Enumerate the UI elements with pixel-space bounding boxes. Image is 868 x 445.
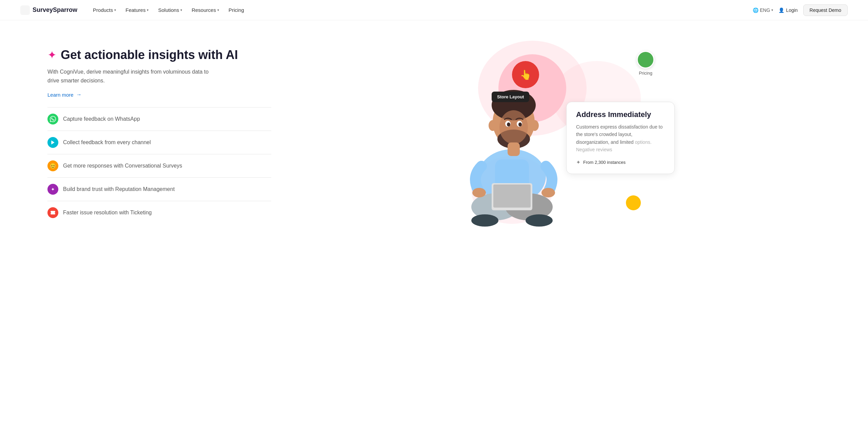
main-content: ✦ Get actionable insights with AI With C… [0,20,868,445]
navbar: 🐦 SurveySparrow Products ▾ Features ▾ So… [0,0,868,20]
svg-point-23 [541,188,555,197]
pricing-circle [637,51,654,69]
card-title: Address Immediately [576,110,665,119]
svg-point-20 [507,122,510,127]
learn-more-label: Learn more [47,92,74,98]
illustration-container: 👆 Store Layout Pricing Address Immediate… [437,34,675,237]
feature-item-ticketing[interactable]: Faster issue resolution with Ticketing [47,201,271,224]
cursor-hand-icon: 👆 [520,69,532,80]
reputation-icon: ✦ [47,184,58,195]
feature-list: Capture feedback on WhatsApp Collect fee… [47,108,271,224]
request-demo-button[interactable]: Request Demo [803,4,848,16]
svg-rect-0 [20,5,30,15]
navbar-right: 🌐 ENG ▾ 👤 Login Request Demo [753,4,848,16]
channel-icon [47,137,58,148]
nav-label-solutions: Solutions [158,7,179,13]
svg-point-21 [518,122,522,127]
nav-item-features[interactable]: Features ▾ [122,5,152,15]
nav-label-products: Products [93,7,113,13]
navbar-left: 🐦 SurveySparrow Products ▾ Features ▾ So… [20,5,248,15]
feature-label-channel: Collect feedback from every channel [63,139,151,146]
nav-label-features: Features [125,7,145,13]
feature-label-whatsapp: Capture feedback on WhatsApp [63,116,140,122]
request-demo-label: Request Demo [810,7,841,13]
chevron-solutions: ▾ [180,8,182,12]
store-layout-label: Store Layout [497,94,524,99]
person-icon: 👤 [778,7,784,13]
yellow-dot [626,195,641,210]
feature-label-reputation: Build brand trust with Reputation Manage… [63,186,175,192]
hero-description: With CogniVue, derive meaningful insight… [47,67,217,85]
svg-rect-15 [508,142,520,156]
nav-item-products[interactable]: Products ▾ [90,5,119,15]
language-selector[interactable]: 🌐 ENG ▾ [753,7,773,13]
chevron-features: ▾ [147,8,149,12]
right-panel: 👆 Store Layout Pricing Address Immediate… [271,34,841,237]
chevron-lang: ▾ [771,8,773,12]
nav-item-solutions[interactable]: Solutions ▾ [155,5,185,15]
login-button[interactable]: 👤 Login [778,7,797,13]
ticketing-icon [47,207,58,218]
svg-marker-2 [51,140,54,144]
red-circle: 👆 [512,61,539,88]
feature-item-channel[interactable]: Collect feedback from every channel [47,131,271,154]
feature-item-reputation[interactable]: ✦ Build brand trust with Reputation Mana… [47,178,271,201]
arrow-icon: → [76,92,82,98]
logo-text: SurveySparrow [33,6,77,14]
ai-badge: ✦ Get actionable insights with AI [47,47,271,62]
logo-icon: 🐦 [20,5,30,15]
nav-links: Products ▾ Features ▾ Solutions ▾ Resour… [90,5,248,15]
pricing-badge: Pricing [637,51,654,76]
learn-more-link[interactable]: Learn more → [47,92,271,98]
svg-point-17 [531,120,539,131]
lang-label: ENG [760,7,770,13]
nav-label-resources: Resources [192,7,216,13]
svg-point-7 [471,214,498,227]
feature-item-whatsapp[interactable]: Capture feedback on WhatsApp [47,108,271,131]
login-label: Login [786,7,797,13]
svg-point-14 [499,110,528,144]
card-body: Customers express dissatisfaction due to… [576,123,665,154]
pricing-label: Pricing [639,71,652,76]
survey-icon: 😊 [47,160,58,171]
svg-point-22 [472,188,486,197]
nav-item-resources[interactable]: Resources ▾ [188,5,222,15]
person-image [451,61,573,237]
store-layout-badge: Store Layout [492,92,529,102]
sparkle-icon: ✦ [47,49,57,61]
feature-item-survey[interactable]: 😊 Get more responses with Conversational… [47,154,271,178]
whatsapp-icon [47,114,58,124]
feature-label-survey: Get more responses with Conversational S… [63,163,182,169]
sparkle-footer-icon: ✦ [576,159,580,166]
nav-item-pricing[interactable]: Pricing [225,5,248,15]
hero-title: Get actionable insights with AI [61,47,238,62]
ai-insight-card: Address Immediately Customers express di… [566,102,675,174]
chevron-products: ▾ [114,8,116,12]
globe-icon: 🌐 [753,7,758,13]
card-footer: ✦ From 2,300 instances [576,159,665,166]
svg-point-16 [489,120,497,131]
nav-label-pricing: Pricing [229,7,244,13]
card-footer-text: From 2,300 instances [583,160,626,165]
svg-rect-10 [493,185,531,208]
chevron-resources: ▾ [217,8,219,12]
left-panel: ✦ Get actionable insights with AI With C… [47,41,271,224]
logo[interactable]: 🐦 SurveySparrow [20,5,77,15]
svg-point-8 [526,214,553,227]
feature-label-ticketing: Faster issue resolution with Ticketing [63,210,152,216]
